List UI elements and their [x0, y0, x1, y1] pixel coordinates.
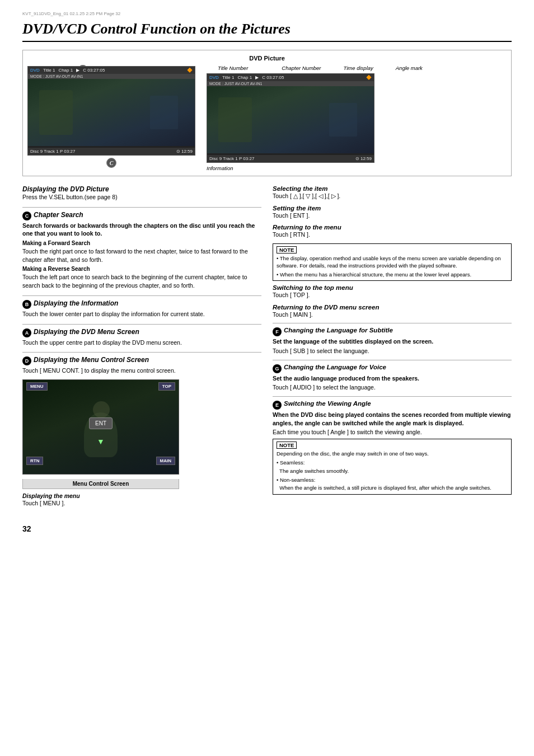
divider-2: [22, 295, 261, 296]
divider-right-2: [273, 360, 512, 360]
section-returning-menu: Returning to the menu Touch [ RTN ].: [273, 224, 512, 239]
displaying-menu-text: Touch [ MENU ].: [22, 499, 261, 508]
page-number: 32: [22, 524, 512, 533]
subtitle-lang-heading: Changing the Language for Subtitle: [284, 327, 393, 334]
screen-content-right: [207, 86, 374, 153]
divider-right-1: [273, 323, 512, 323]
section-voice-language: G Changing the Language for Voice Set th…: [273, 364, 512, 392]
mci-top-buttons: MENU TOP: [23, 380, 179, 393]
divider-3: [22, 324, 261, 325]
title-number-label: Title Number: [218, 65, 248, 71]
dvd-picture-label: DVD Picture: [27, 55, 507, 62]
chapter-search-heading: Chapter Search: [34, 211, 83, 219]
section-subtitle-language: F Changing the Language for Subtitle Set…: [273, 327, 512, 355]
dvd-screen-left: DVD Title 1 Chap 1 ▶ C 03:27:05 🔶 MODE :…: [27, 66, 195, 156]
voice-lang-heading: Changing the Language for Voice: [284, 364, 386, 370]
returning-dvd-menu-heading: Returning to the DVD menu screen: [273, 304, 512, 311]
note-1-bullet-1: • The display, operation method and usab…: [277, 255, 508, 270]
section-viewing-angle: E Switching the Viewing Angle When the D…: [273, 400, 512, 495]
divider-4: [22, 352, 261, 353]
dvd-menu-heading: Displaying the DVD Menu Screen: [34, 328, 139, 336]
mode-bar-right: MODE : JUST AV-OUT AV-IN1: [207, 81, 374, 86]
viewing-angle-heading: Switching the Viewing Angle: [284, 400, 371, 407]
section-setting-item: Setting the item Touch [ ENT ].: [273, 205, 512, 220]
forward-search-heading: Making a Forward Search: [22, 240, 261, 246]
page-title: DVD/VCD Control Function on the Pictures: [22, 21, 512, 42]
note-box-1: NOTE • The display, operation method and…: [273, 243, 512, 281]
note-label-1: NOTE: [277, 246, 297, 253]
top-btn[interactable]: TOP: [158, 382, 175, 391]
screen-bottom-bar-left: Disc 9 Track 1 P 03:27 ⊙ 12:59: [28, 148, 195, 155]
section-returning-dvd-menu: Returning to the DVD menu screen Touch […: [273, 304, 512, 319]
letter-e: E: [273, 401, 282, 410]
mode-bar-left: MODE : JUST AV-OUT AV-IN1: [28, 74, 195, 79]
menu-control-image: MENU TOP ENT ▼ RTN MAIN: [22, 379, 179, 475]
viewing-angle-text: Each time you touch [ Angle ] to switch …: [273, 428, 512, 436]
note-2-text: Depending on the disc, the angle may swi…: [277, 450, 508, 458]
right-screen-container: Title Number Chapter Number Time display…: [207, 65, 507, 171]
letter-b: B: [22, 300, 31, 309]
info-title-row: B Displaying the Information: [22, 299, 261, 309]
returning-menu-heading: Returning to the menu: [273, 224, 512, 231]
viewing-angle-bold: When the DVD disc being played contains …: [273, 411, 512, 427]
displaying-dvd-picture-text: Press the V.SEL button.(see page 8): [22, 193, 261, 201]
dvd-menu-title-row: A Displaying the DVD Menu Screen: [22, 328, 261, 337]
information-label: Information: [207, 165, 507, 171]
left-screen-container: A B DVD Title 1 Chap 1 ▶ C 03:27:05 🔶 MO…: [27, 65, 195, 158]
voice-lang-text: Touch [ AUDIO ] to select the language.: [273, 383, 512, 392]
menu-control-screen-caption: Menu Control Screen: [22, 479, 179, 489]
switching-top-menu-heading: Switching to the top menu: [273, 284, 512, 291]
mci-center: ENT ▼: [23, 393, 179, 454]
section-chapter-search: C Chapter Search Search forwards or back…: [22, 211, 261, 290]
section-displaying-info: B Displaying the Information Touch the l…: [22, 299, 261, 318]
displaying-dvd-picture-heading: Displaying the DVD Picture: [22, 185, 261, 193]
right-column: Selecting the item Touch [ △ ],[ ▽ ],[ ◁…: [273, 185, 512, 513]
selecting-item-heading: Selecting the item: [273, 185, 512, 192]
subtitle-lang-bold: Set the language of the subtitles displa…: [273, 337, 512, 346]
displaying-menu-block: Displaying the menu Touch [ MENU ].: [22, 492, 261, 508]
note-2-bullet-seamless: • Seamless: The angle switches smoothly.: [277, 459, 508, 475]
dvd-menu-text: Touch the upper centre part to display t…: [22, 339, 261, 347]
letter-a: A: [22, 328, 31, 337]
main-btn[interactable]: MAIN: [156, 457, 175, 465]
mci-bottom-buttons: RTN MAIN: [23, 454, 179, 467]
menu-control-heading: Displaying the Menu Control Screen: [34, 356, 149, 364]
note-1-bullets: • The display, operation method and usab…: [277, 255, 508, 278]
section-menu-control: D Displaying the Menu Control Screen Tou…: [22, 356, 261, 507]
section-switching-top-menu: Switching to the top menu Touch [ TOP ].: [273, 284, 512, 299]
time-display-label: Time display: [344, 65, 373, 71]
section-selecting-item: Selecting the item Touch [ △ ],[ ▽ ],[ ◁…: [273, 185, 512, 200]
section-dvd-menu-screen: A Displaying the DVD Menu Screen Touch t…: [22, 328, 261, 347]
note-box-2: NOTE Depending on the disc, the angle ma…: [273, 439, 512, 495]
ent-btn[interactable]: ENT: [89, 417, 113, 429]
dvd-screen-right: DVD Title 1 Chap 1 ▶ C 03:27:05 🔶 MODE :…: [207, 73, 374, 163]
file-header-text: KVT_911DVD_Eng_01 02.1.25 2:25 PM Page 3…: [22, 11, 120, 16]
setting-item-text: Touch [ ENT ].: [273, 212, 512, 220]
menu-control-text: Touch [ MENU CONT. ] to display the menu…: [22, 367, 261, 375]
menu-control-title-row: D Displaying the Menu Control Screen: [22, 356, 261, 365]
forward-search-text: Touch the right part once to fast forwar…: [22, 247, 261, 264]
down-arrow-indicator: ▼: [97, 437, 105, 446]
divider-1: [22, 207, 261, 208]
reverse-search-heading: Making a Reverse Search: [22, 266, 261, 272]
viewing-angle-title-row: E Switching the Viewing Angle: [273, 400, 512, 410]
menu-btn[interactable]: MENU: [26, 382, 48, 391]
note-label-2: NOTE: [277, 442, 297, 449]
reverse-search-text: Touch the left part once to search back …: [22, 273, 261, 289]
rtn-btn[interactable]: RTN: [26, 457, 43, 465]
displaying-menu-subhead: Displaying the menu: [22, 492, 261, 499]
returning-menu-text: Touch [ RTN ].: [273, 231, 512, 239]
note-2-content: Depending on the disc, the angle may swi…: [277, 450, 508, 492]
letter-c: C: [22, 212, 31, 220]
subtitle-lang-title-row: F Changing the Language for Subtitle: [273, 327, 512, 336]
selecting-item-text: Touch [ △ ],[ ▽ ],[ ◁ ],[ ▷ ].: [273, 192, 512, 200]
setting-item-heading: Setting the item: [273, 205, 512, 212]
note-1-bullet-2: • When the menu has a hierarchical struc…: [277, 271, 508, 278]
letter-f: F: [273, 327, 282, 336]
angle-mark-label: Angle mark: [396, 65, 423, 71]
subtitle-lang-text: Touch [ SUB ] to select the language.: [273, 347, 512, 355]
screen-top-bar-left: DVD Title 1 Chap 1 ▶ C 03:27:05 🔶: [28, 67, 195, 74]
returning-dvd-menu-text: Touch [ MAIN ].: [273, 311, 512, 319]
note-2-bullet-non-seamless: • Non-seamless: When the angle is switch…: [277, 476, 508, 492]
divider-right-3: [273, 396, 512, 397]
